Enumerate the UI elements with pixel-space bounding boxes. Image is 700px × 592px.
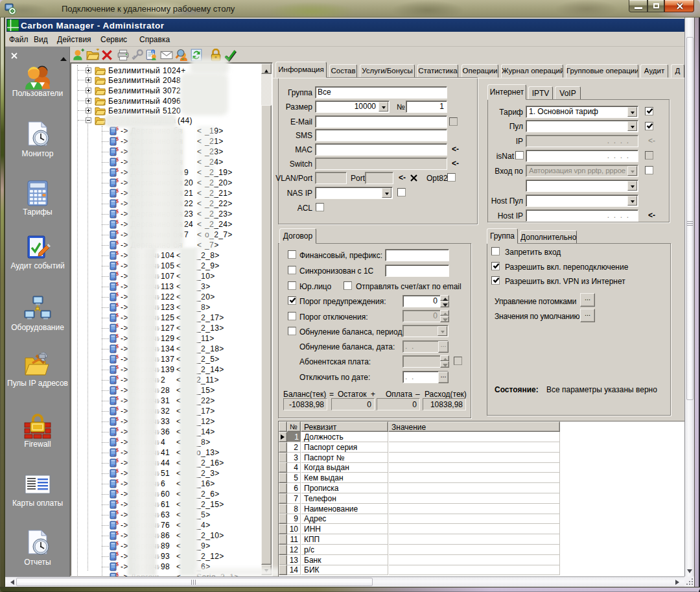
svg-text:$: $ [116,344,119,349]
svg-text:$: $ [116,385,119,391]
svg-text:$: $ [116,240,119,246]
svg-text:$: $ [116,198,119,204]
svg-text:$: $ [116,437,119,443]
svg-text:$: $ [116,551,119,557]
svg-text:$: $ [116,219,119,225]
svg-text:$: $ [116,468,119,474]
svg-text:$: $ [116,302,119,308]
svg-text:$: $ [116,530,119,536]
svg-text:$: $ [116,333,119,339]
svg-text:$: $ [116,136,119,142]
svg-text:$: $ [116,323,119,329]
svg-text:$: $ [116,396,119,401]
svg-text:$: $ [116,230,119,235]
svg-text:$: $ [116,520,119,526]
svg-text:$: $ [116,499,119,505]
svg-text:$: $ [116,406,119,412]
svg-text:$: $ [116,271,119,277]
svg-text:$: $ [116,292,119,298]
svg-text:$: $ [116,313,119,318]
svg-text:$: $ [116,354,119,360]
svg-text:$: $ [116,510,119,515]
svg-text:$: $ [116,447,119,453]
svg-text:$: $ [116,458,119,464]
svg-text:$: $ [116,479,119,484]
svg-text:$: $ [116,281,119,287]
svg-text:$: $ [116,209,119,215]
svg-text:$: $ [116,178,119,184]
svg-text:$: $ [116,250,119,256]
svg-text:$: $ [116,427,119,432]
svg-text:$: $ [116,364,119,370]
svg-text:$: $ [116,261,119,266]
svg-text:$: $ [116,562,119,567]
svg-text:$: $ [116,167,119,173]
svg-text:$: $ [116,416,119,422]
svg-text:$: $ [116,375,119,381]
svg-text:$: $ [116,147,119,152]
svg-text:$: $ [116,489,119,495]
svg-text:$: $ [116,188,119,194]
svg-text:$: $ [116,157,119,163]
svg-text:$: $ [116,541,119,547]
